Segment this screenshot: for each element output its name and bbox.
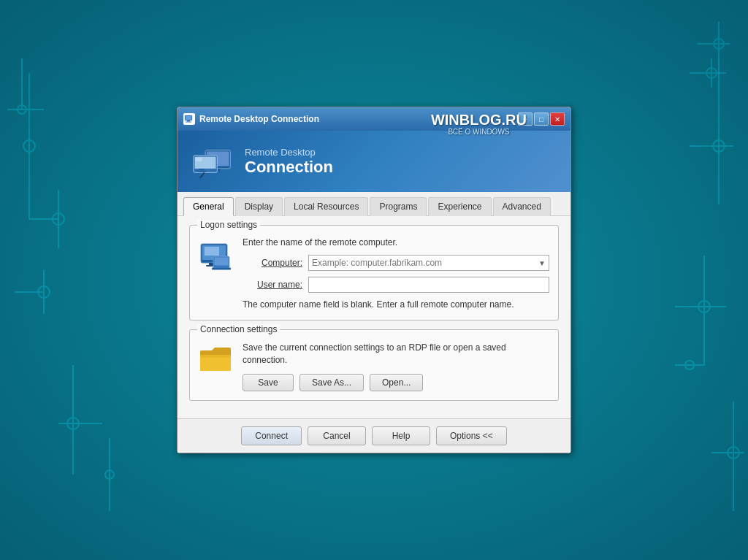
tab-bar: General Display Local Resources Programs…: [178, 192, 570, 216]
footer: Connect Cancel Help Options <<: [178, 418, 570, 453]
computer-dropdown-arrow[interactable]: ▼: [538, 259, 546, 267]
logon-description: Enter the name of the remote computer.: [243, 237, 549, 248]
svg-point-25: [685, 361, 694, 369]
close-button[interactable]: ✕: [550, 112, 565, 126]
open-button[interactable]: Open...: [370, 374, 423, 391]
svg-point-18: [713, 140, 725, 152]
tab-experience[interactable]: Experience: [428, 197, 491, 216]
app-icon: [183, 113, 195, 125]
username-field-row: User name:: [243, 277, 549, 293]
content-area: Logon settings: [178, 216, 570, 418]
computer-input-wrap[interactable]: ▼: [308, 255, 549, 271]
header-title: Connection: [245, 158, 333, 177]
title-bar-controls: − □ ✕: [518, 112, 565, 126]
logon-icon: [199, 240, 234, 275]
svg-point-15: [105, 470, 114, 479]
title-bar-left: Remote Desktop Connection: [183, 113, 319, 125]
svg-point-24: [728, 447, 739, 459]
username-label: User name:: [243, 280, 302, 290]
conn-inner: Save the current connection settings to …: [199, 342, 549, 391]
watermark-main-text: WINBLOG.RU: [431, 112, 527, 128]
svg-rect-48: [205, 247, 219, 256]
folder-icon: [199, 345, 234, 374]
logon-fields: Enter the name of the remote computer. C…: [243, 237, 549, 311]
warning-text: The computer name field is blank. Enter …: [243, 299, 549, 311]
svg-rect-52: [215, 258, 229, 266]
tab-general[interactable]: General: [183, 197, 234, 216]
svg-rect-36: [186, 122, 191, 123]
username-input[interactable]: [312, 280, 546, 290]
save-as-button[interactable]: Save As...: [299, 374, 364, 391]
username-input-wrap[interactable]: [308, 277, 549, 293]
connection-buttons: Save Save As... Open...: [243, 374, 549, 391]
svg-point-21: [698, 301, 710, 312]
svg-rect-35: [187, 120, 190, 122]
minimize-button[interactable]: −: [518, 112, 533, 126]
cancel-button[interactable]: Cancel: [308, 426, 366, 445]
svg-point-32: [706, 68, 717, 78]
svg-rect-43: [196, 158, 202, 161]
svg-rect-45: [196, 171, 206, 172]
tab-local-resources[interactable]: Local Resources: [284, 197, 368, 216]
svg-rect-44: [199, 169, 204, 171]
window-title: Remote Desktop Connection: [199, 114, 319, 124]
header-banner: Remote Desktop Connection: [178, 131, 570, 192]
main-window: Remote Desktop Connection WINBLOG.RU ВСЁ…: [177, 107, 571, 453]
svg-rect-53: [212, 268, 231, 270]
tab-display[interactable]: Display: [235, 197, 283, 216]
title-bar: Remote Desktop Connection WINBLOG.RU ВСЁ…: [178, 107, 570, 131]
svg-point-7: [38, 286, 50, 298]
svg-rect-34: [186, 116, 191, 120]
help-button[interactable]: Help: [372, 426, 430, 445]
tab-programs[interactable]: Programs: [370, 197, 427, 216]
computer-label: Computer:: [243, 258, 302, 268]
save-button[interactable]: Save: [243, 374, 294, 391]
logon-inner: Enter the name of the remote computer. C…: [199, 237, 549, 311]
svg-point-10: [67, 418, 79, 429]
connection-settings-section: Connection settings Sav: [189, 329, 559, 401]
logon-section-title: Logon settings: [197, 220, 260, 230]
svg-point-3: [23, 140, 35, 152]
svg-point-29: [714, 39, 724, 49]
options-button[interactable]: Options <<: [436, 426, 507, 445]
connect-button[interactable]: Connect: [241, 426, 302, 445]
header-subtitle: Remote Desktop: [245, 147, 333, 158]
conn-right: Save the current connection settings to …: [243, 342, 549, 391]
restore-button[interactable]: □: [534, 112, 549, 126]
connection-section-content: Save the current connection settings to …: [199, 342, 549, 391]
connection-description: Save the current connection settings to …: [243, 342, 549, 367]
header-text: Remote Desktop Connection: [245, 147, 333, 177]
connection-section-title: Connection settings: [197, 324, 280, 334]
computer-field-row: Computer: ▼: [243, 255, 549, 271]
logon-settings-section: Logon settings: [189, 225, 559, 321]
computer-input[interactable]: [312, 258, 538, 268]
svg-point-13: [18, 105, 26, 114]
header-icon: [192, 141, 233, 182]
logon-section-content: Enter the name of the remote computer. C…: [199, 237, 549, 311]
tab-advanced[interactable]: Advanced: [493, 197, 551, 216]
svg-point-4: [53, 213, 64, 225]
